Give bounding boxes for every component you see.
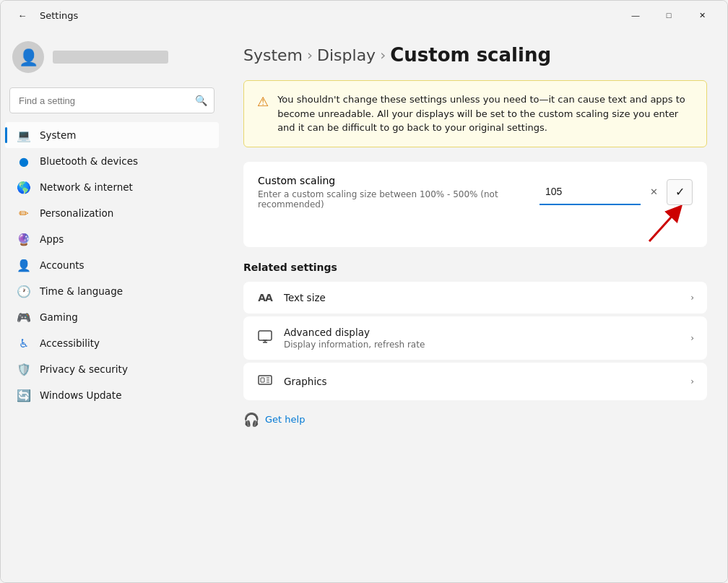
sidebar-item-accessibility[interactable]: ♿ Accessibility: [5, 330, 219, 356]
sidebar-item-network[interactable]: 🌎 Network & internet: [5, 174, 219, 200]
sidebar-item-label: Time & language: [40, 285, 123, 297]
sidebar-item-label: Bluetooth & devices: [40, 155, 138, 167]
bluetooth-icon: ●: [17, 154, 31, 168]
gaming-icon: 🎮: [17, 310, 31, 324]
breadcrumb-sep-2: ›: [380, 46, 386, 64]
red-arrow-svg: [642, 205, 685, 245]
sidebar-item-privacy[interactable]: 🛡️ Privacy & security: [5, 356, 219, 382]
scaling-label: Custom scaling Enter a custom scaling si…: [258, 175, 532, 210]
text-size-title: Text size: [284, 292, 680, 303]
window-title: Settings: [40, 10, 78, 21]
sidebar-item-label: Accessibility: [40, 337, 100, 349]
minimize-button[interactable]: —: [619, 4, 652, 27]
titlebar: ← Settings — □ ✕: [1, 1, 727, 30]
breadcrumb-current: Custom scaling: [390, 44, 551, 66]
user-name-placeholder: [53, 51, 168, 64]
warning-box: ⚠ You shouldn't change these settings un…: [243, 80, 707, 147]
sidebar-item-label: Accounts: [40, 259, 84, 271]
arrow-indicator: [258, 212, 693, 234]
text-size-icon: AA: [256, 292, 274, 303]
system-icon: 💻: [17, 128, 31, 142]
graphics-title: Graphics: [284, 376, 680, 387]
svg-line-0: [649, 211, 677, 241]
warning-icon: ⚠: [257, 94, 269, 135]
scaling-description: Enter a custom scaling size between 100%…: [258, 189, 532, 210]
search-input[interactable]: [9, 87, 214, 113]
advanced-display-title: Advanced display: [284, 327, 680, 338]
update-icon: 🔄: [17, 388, 31, 402]
warning-text: You shouldn't change these settings unle…: [277, 92, 693, 135]
sidebar-item-label: Network & internet: [40, 181, 133, 193]
scaling-row: Custom scaling Enter a custom scaling si…: [258, 175, 693, 210]
network-icon: 🌎: [17, 180, 31, 194]
accounts-icon: 👤: [17, 258, 31, 272]
personalization-icon: ✏️: [17, 206, 31, 220]
settings-window: ← Settings — □ ✕ 👤 🔍 💻 System: [0, 0, 728, 583]
svg-rect-6: [261, 378, 264, 382]
app-body: 👤 🔍 💻 System ● Bluetooth & devices 🌎 Net…: [1, 30, 727, 582]
sidebar: 👤 🔍 💻 System ● Bluetooth & devices 🌎 Net…: [1, 30, 223, 582]
back-button[interactable]: ←: [12, 5, 32, 25]
get-help[interactable]: 🎧 Get help: [243, 412, 707, 427]
related-settings: Related settings AA Text size ›: [243, 262, 707, 400]
maximize-button[interactable]: □: [652, 4, 685, 27]
sidebar-item-system[interactable]: 💻 System: [5, 122, 219, 148]
confirm-scaling-button[interactable]: ✓: [667, 179, 693, 205]
custom-scaling-section: Custom scaling Enter a custom scaling si…: [243, 162, 707, 247]
accessibility-icon: ♿: [17, 336, 31, 350]
sidebar-item-accounts[interactable]: 👤 Accounts: [5, 252, 219, 278]
advanced-display-chevron: ›: [690, 333, 694, 343]
sidebar-item-label: Windows Update: [40, 389, 121, 401]
avatar: 👤: [12, 41, 44, 73]
sidebar-item-label: Apps: [40, 233, 64, 245]
setting-item-advanced-display[interactable]: Advanced display Display information, re…: [243, 316, 707, 360]
get-help-link[interactable]: Get help: [265, 414, 305, 425]
scaling-input-group: ✕ ✓: [540, 179, 693, 205]
user-profile: 👤: [1, 35, 223, 85]
titlebar-controls: — □ ✕: [619, 4, 719, 27]
advanced-display-icon: [256, 329, 274, 347]
scaling-input[interactable]: [540, 179, 641, 205]
setting-item-graphics[interactable]: Graphics ›: [243, 363, 707, 400]
breadcrumb-display: Display: [317, 46, 376, 64]
close-button[interactable]: ✕: [685, 4, 719, 27]
sidebar-item-time[interactable]: 🕐 Time & language: [5, 278, 219, 304]
sidebar-item-label: System: [40, 129, 76, 141]
apps-icon: 🔮: [17, 232, 31, 246]
time-icon: 🕐: [17, 284, 31, 298]
titlebar-left: ← Settings: [12, 5, 78, 25]
advanced-display-subtitle: Display information, refresh rate: [284, 340, 680, 350]
scaling-title: Custom scaling: [258, 175, 532, 186]
main-panel: System › Display › Custom scaling ⚠ You …: [223, 30, 727, 582]
sidebar-item-bluetooth[interactable]: ● Bluetooth & devices: [5, 148, 219, 174]
sidebar-item-personalization[interactable]: ✏️ Personalization: [5, 200, 219, 226]
sidebar-item-label: Gaming: [40, 311, 78, 323]
breadcrumb-sep-1: ›: [307, 46, 313, 64]
breadcrumb-system: System: [243, 46, 303, 64]
sidebar-item-apps[interactable]: 🔮 Apps: [5, 226, 219, 252]
related-settings-heading: Related settings: [243, 262, 707, 273]
svg-rect-1: [259, 331, 272, 340]
sidebar-item-update[interactable]: 🔄 Windows Update: [5, 382, 219, 408]
sidebar-item-gaming[interactable]: 🎮 Gaming: [5, 304, 219, 330]
sidebar-item-label: Privacy & security: [40, 363, 128, 375]
clear-scaling-button[interactable]: ✕: [644, 182, 664, 202]
text-size-chevron: ›: [690, 293, 694, 303]
breadcrumb: System › Display › Custom scaling: [243, 44, 707, 66]
graphics-icon: [256, 373, 274, 390]
search-box: 🔍: [9, 87, 214, 113]
help-icon: 🎧: [243, 412, 259, 427]
sidebar-item-label: Personalization: [40, 207, 113, 219]
graphics-chevron: ›: [690, 376, 694, 386]
privacy-icon: 🛡️: [17, 362, 31, 376]
setting-item-text-size[interactable]: AA Text size ›: [243, 282, 707, 314]
